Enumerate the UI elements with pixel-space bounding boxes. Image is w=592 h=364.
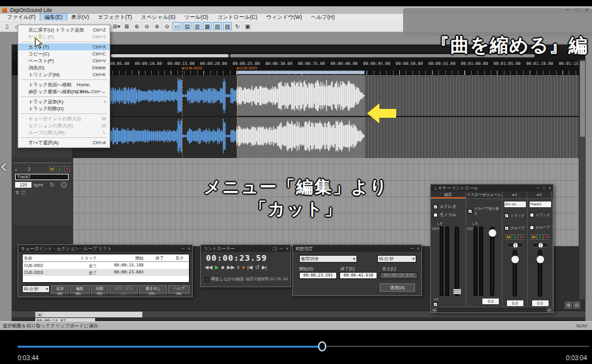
mixer-scrollbar[interactable]: ◂ ▸ <box>431 307 553 312</box>
minimize-icon[interactable]: ─ <box>280 245 283 252</box>
zoom-in-vertical-icon[interactable]: ⊕ <box>152 22 161 30</box>
rec-arm-button[interactable]: R <box>64 166 70 172</box>
layout-split-icon[interactable]: ▤ <box>183 22 191 30</box>
apply-button[interactable]: 適用(A) <box>380 283 415 292</box>
stop-button[interactable]: ■ <box>221 264 224 270</box>
cue-button-削除(D)[interactable]: 削除(D) <box>91 285 109 293</box>
menu-item-トラック削除(D)[interactable]: トラック削除(D) <box>18 105 110 112</box>
forward-button[interactable]: ▶▶ <box>227 264 234 270</box>
minimize-icon[interactable]: ─ <box>537 185 540 191</box>
range-mode-dropdown[interactable]: 複写/消去▾ <box>299 255 357 263</box>
track-name-field[interactable]: Track2 <box>530 202 551 207</box>
info-icon[interactable]: i <box>61 182 67 188</box>
range-window-title[interactable]: 範囲指定 <box>293 245 421 252</box>
menu-item-コピー(C)[interactable]: コピー(C)Ctrl+C <box>18 50 110 57</box>
zoom-out-icon[interactable]: ⊖ <box>573 302 580 309</box>
collapse-icon[interactable]: ▴ <box>15 167 17 171</box>
grid-menu-icon[interactable]: ⊞▾ <box>112 22 121 30</box>
minimize-icon[interactable]: ─ <box>411 245 414 252</box>
video-progress-remaining[interactable] <box>322 346 589 347</box>
トラック-checkbox[interactable]: ✓トラック <box>504 213 525 218</box>
rec-arm-button[interactable]: R <box>544 234 549 240</box>
cue-button-補間の変更(C)[interactable]: 補間の変更(C) <box>110 285 138 293</box>
volume-value[interactable]: 0.0 <box>507 300 523 306</box>
close-icon[interactable]: × <box>549 185 551 191</box>
new-file-icon[interactable]: ▯ <box>3 22 11 30</box>
strip2-header[interactable]: ◂ 2 <box>527 191 552 198</box>
menu-item-ループの挿入(W)[interactable]: ループの挿入(W)L <box>18 129 110 136</box>
menu-item-トラック追加(K)[interactable]: トラック追加(K)› <box>18 98 110 105</box>
track1-waveform-area[interactable] <box>73 75 579 158</box>
menu-item-元に戻す(U) トラック追加[interactable]: 元に戻す(U) トラック追加Ctrl+Z <box>18 26 110 33</box>
volume-value[interactable]: 0.0 <box>532 300 549 306</box>
solo-button[interactable]: S <box>537 234 543 240</box>
cue-row[interactable]: CUE-0003全て00:00:23.603 <box>23 269 189 276</box>
solo-button[interactable]: S <box>512 234 518 240</box>
cue-button-ヘルプ(H)[interactable]: ヘルプ(H) <box>168 285 190 293</box>
cue-column-header[interactable]: 終了 <box>145 254 165 261</box>
menu-item-消去(D)[interactable]: 消去(D)Delete <box>18 64 110 71</box>
mute-button[interactable]: M <box>531 234 537 240</box>
fader-panel-icon[interactable]: ≣ <box>15 190 20 195</box>
menu-コントロール(C)[interactable]: コントロール(C) <box>213 14 262 21</box>
layout-mixer-icon[interactable]: ▥ <box>193 22 202 30</box>
scroll-left-icon[interactable]: ◂ <box>35 312 43 317</box>
menu-item-キューポイントの挿入(I)[interactable]: キューポイントの挿入(I)M <box>18 115 110 122</box>
menu-ツール(O)[interactable]: ツール(O) <box>180 14 213 21</box>
scroll-right-icon[interactable]: ▸ <box>547 308 552 312</box>
zoom-in-horizontal-icon[interactable]: ⊕ <box>132 22 141 30</box>
overview-thumb[interactable] <box>111 54 229 57</box>
pan-slider[interactable] <box>507 242 523 247</box>
display-mode-icon[interactable]: ◫ <box>21 190 26 195</box>
pan-slider[interactable] <box>532 242 549 247</box>
menu-編集(E)[interactable]: 編集(E) <box>40 14 67 21</box>
close-icon[interactable]: × <box>417 245 419 252</box>
master-volume-value[interactable]: 0.0 <box>482 299 499 304</box>
cue-table[interactable]: 名前トラック開始終了長さ CUE-0002全て00:00:15.188CUE-0… <box>22 254 190 283</box>
rewind-button[interactable]: ◀◀ <box>205 264 212 270</box>
cue-marker[interactable]: ▸CUE-0003 <box>237 65 257 70</box>
zoom-out-vertical-icon[interactable]: ⊖ <box>162 22 171 30</box>
close-icon[interactable]: × <box>585 7 588 13</box>
float-icon[interactable]: ❏ <box>273 245 276 252</box>
delete-icon[interactable]: ⊠ <box>122 22 131 30</box>
menu-item-トリミング(M)[interactable]: トリミング(M)Ctrl+K <box>18 71 110 78</box>
master-volume-fader[interactable] <box>490 227 494 296</box>
selection-range-bar[interactable] <box>237 71 365 74</box>
refresh-icon[interactable]: ↻ <box>233 22 242 30</box>
minimize-icon[interactable]: ─ <box>181 245 185 252</box>
maximize-icon[interactable]: □ <box>576 7 579 13</box>
end-field[interactable]: 00:00:42.610 <box>339 272 377 279</box>
cue-button-編集(E)...[interactable]: 編集(E)... <box>70 285 90 293</box>
menu-スペシャル(S)[interactable]: スペシャル(S) <box>137 14 180 21</box>
loop-button[interactable]: ↺ <box>255 264 259 270</box>
cue-column-header[interactable]: 開始 <box>98 254 145 261</box>
cue-column-header[interactable]: 長さ <box>165 254 185 261</box>
close-icon[interactable]: × <box>286 245 288 252</box>
menu-表示(V)[interactable]: 表示(V) <box>67 14 93 21</box>
menu-エフェクト(T)[interactable]: エフェクト(T) <box>93 14 136 21</box>
menu-ヘルプ(H)[interactable]: ヘルプ(H) <box>307 14 339 21</box>
menu-item-トラック先頭へ移動(G)[interactable]: トラック先頭へ移動(G)Home, Ctrl+← <box>18 81 110 88</box>
cue-column-header[interactable]: 名前 <box>23 254 72 261</box>
mute-button[interactable]: M <box>49 166 55 172</box>
zoom-out-horizontal-icon[interactable]: ⊖ <box>142 22 151 30</box>
layout-controller-icon[interactable]: ▦ <box>203 22 212 30</box>
cue-column-header[interactable]: トラック <box>72 254 98 261</box>
cue-marker[interactable]: ▸CUE-0002 <box>183 65 202 70</box>
トラック-checkbox[interactable]: トラック <box>530 213 550 217</box>
cue-button-書き出し(O)...[interactable]: 書き出し(O)... <box>139 285 167 293</box>
mute-button[interactable]: M <box>506 234 511 240</box>
cue-row[interactable]: CUE-0002全て00:00:15.188 <box>23 262 189 269</box>
volume-fader[interactable] <box>513 250 517 297</box>
menu-item-すべて選択(A)[interactable]: すべて選択(A)Ctrl+A <box>18 139 110 146</box>
menu-ウィンドウ(W)[interactable]: ウィンドウ(W) <box>262 14 307 21</box>
track-name-field[interactable]: Jim on... <box>504 202 526 207</box>
menu-ファイル(F)[interactable]: ファイル(F) <box>3 14 40 21</box>
maximize-icon[interactable]: □ <box>543 185 545 191</box>
グループ-checkbox[interactable]: グループ <box>530 225 550 230</box>
vertical-scroll-thumb[interactable] <box>580 61 585 137</box>
volume-fader[interactable] <box>538 250 542 297</box>
strip1-header[interactable]: ◂ 1 <box>503 191 527 198</box>
to-start-button[interactable]: |◀ <box>248 264 253 270</box>
